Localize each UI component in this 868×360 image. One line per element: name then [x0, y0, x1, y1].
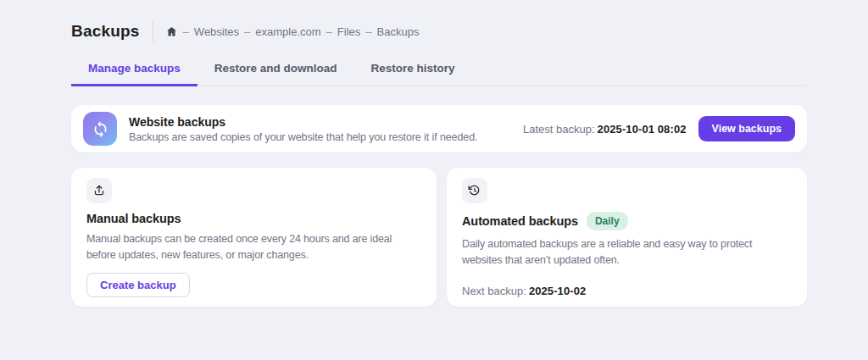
banner-text: Website backups Backups are saved copies…: [129, 115, 477, 143]
backup-cards: Manual backups Manual backups can be cre…: [71, 168, 807, 307]
manual-backups-card: Manual backups Manual backups can be cre…: [71, 168, 437, 307]
next-backup-value: 2025-10-02: [529, 285, 587, 297]
automated-backups-card: Automated backups Daily Daily automated …: [447, 168, 807, 307]
automated-backups-title: Automated backups: [462, 214, 578, 228]
banner-right: Latest backup:2025-10-01 08:02 View back…: [523, 116, 795, 141]
view-backups-button[interactable]: View backups: [698, 116, 795, 141]
banner-title: Website backups: [129, 115, 477, 129]
breadcrumb-item-domain[interactable]: example.com: [255, 25, 320, 38]
latest-backup-label: Latest backup:: [523, 123, 595, 136]
breadcrumb: – Websites – example.com – Files – Backu…: [165, 25, 420, 38]
page-title: Backups: [71, 22, 140, 41]
breadcrumb-item-backups: Backups: [377, 25, 420, 38]
tab-bar: Manage backups Restore and download Rest…: [71, 57, 807, 86]
breadcrumb-item-websites[interactable]: Websites: [194, 25, 239, 38]
breadcrumb-item-files[interactable]: Files: [337, 25, 360, 38]
breadcrumb-separator: –: [326, 25, 332, 38]
automated-backups-description: Daily automated backups are a reliable a…: [462, 236, 792, 269]
tab-manage-backups[interactable]: Manage backups: [71, 57, 198, 86]
manual-card-title-row: Manual backups: [86, 212, 181, 225]
breadcrumb-separator: –: [365, 25, 371, 38]
main-content: Backups – Websites – example.com – Files…: [71, 0, 807, 307]
sync-icon: [83, 112, 117, 146]
tab-restore-and-download[interactable]: Restore and download: [198, 57, 354, 86]
latest-backup-value: 2025-10-01 08:02: [598, 123, 687, 136]
website-backups-banner: Website backups Backups are saved copies…: [71, 105, 807, 152]
home-icon[interactable]: [165, 25, 178, 38]
tab-restore-history[interactable]: Restore history: [354, 57, 472, 86]
history-icon: [462, 178, 487, 203]
next-backup-label: Next backup:: [462, 285, 526, 297]
next-backup: Next backup:2025-10-02: [462, 285, 586, 297]
latest-backup: Latest backup:2025-10-01 08:02: [523, 123, 687, 136]
create-backup-button[interactable]: Create backup: [86, 273, 190, 297]
automated-card-title-row: Automated backups Daily: [462, 212, 628, 230]
page-header: Backups – Websites – example.com – Files…: [71, 0, 807, 43]
breadcrumb-separator: –: [183, 25, 189, 38]
manual-backups-title: Manual backups: [86, 212, 181, 225]
daily-badge: Daily: [587, 212, 628, 230]
header-divider: [153, 20, 153, 42]
banner-description: Backups are saved copies of your website…: [129, 131, 477, 143]
manual-backups-description: Manual backups can be created once every…: [86, 231, 421, 263]
breadcrumb-separator: –: [244, 25, 250, 38]
upload-icon: [86, 178, 112, 203]
